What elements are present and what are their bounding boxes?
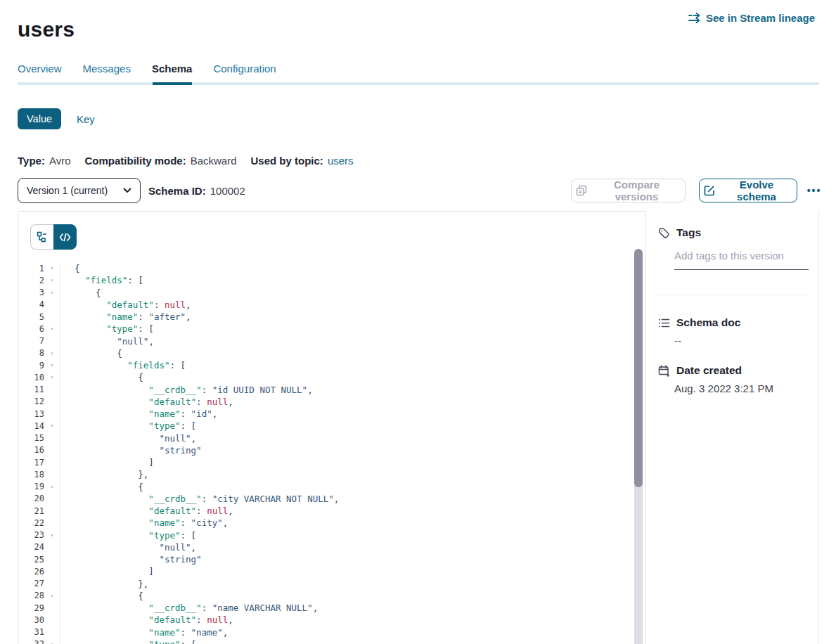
code-line: 25 "string": [18, 553, 623, 565]
line-number: 5: [18, 312, 44, 322]
date-created-value: Aug. 3 2022 3:21 PM: [674, 382, 773, 394]
schema-meta-row: Type:Avro Compatibility mode:Backward Us…: [18, 155, 354, 167]
code-text: "null",: [60, 335, 154, 347]
code-view-button[interactable]: [53, 224, 77, 250]
code-text: "type": [: [60, 323, 154, 335]
fold-toggle-icon[interactable]: ▾: [44, 362, 60, 368]
line-number: 4: [18, 300, 44, 309]
tab-messages[interactable]: Messages: [83, 63, 131, 75]
code-text: "default": null,: [60, 299, 191, 311]
add-tags-input[interactable]: [674, 250, 809, 270]
code-text: "name": "city",: [60, 517, 228, 529]
code-text: "fields": [: [60, 359, 186, 371]
fold-toggle-icon[interactable]: ▾: [44, 641, 60, 644]
line-number: 23: [18, 530, 44, 540]
value-toggle-button[interactable]: Value: [18, 108, 61, 129]
code-text: ]: [60, 456, 154, 468]
line-number: 11: [18, 385, 44, 394]
tree-diagram-icon: [37, 231, 49, 243]
code-text: "__crdb__": "id UUID NOT NULL",: [60, 384, 313, 396]
code-line: 12 "default": null,: [18, 396, 623, 408]
evolve-schema-label: Evolve schema: [721, 179, 792, 202]
line-number: 13: [18, 409, 44, 419]
code-text: "name": "id",: [60, 408, 217, 420]
key-toggle-button[interactable]: Key: [72, 108, 99, 129]
type-label: Type:: [18, 155, 45, 167]
line-number: 16: [18, 445, 44, 455]
line-number: 30: [18, 615, 44, 625]
line-number: 27: [18, 579, 44, 588]
fold-toggle-icon[interactable]: ▾: [44, 350, 60, 356]
fold-toggle-icon[interactable]: ▾: [44, 423, 60, 429]
code-text: "__crdb__": "city VARCHAR NOT NULL",: [60, 493, 339, 505]
version-select[interactable]: Version 1 (current): [18, 178, 141, 203]
schema-doc-title: Schema doc: [676, 316, 740, 329]
code-line: 31 "name": "name",: [18, 626, 623, 638]
topic-tabs: Overview Messages Schema Configuration: [18, 63, 276, 75]
line-number: 26: [18, 567, 44, 577]
code-line: 11 "__crdb__": "id UUID NOT NULL",: [18, 384, 623, 396]
stream-lineage-icon: [688, 13, 701, 23]
code-scrollbar-thumb[interactable]: [634, 249, 643, 487]
code-text: "default": null,: [60, 505, 233, 517]
line-number: 14: [18, 421, 44, 431]
chevron-down-icon: [123, 188, 131, 193]
code-line: 13 "name": "id",: [18, 408, 623, 420]
line-number: 12: [18, 397, 44, 406]
code-line: 27 },: [18, 578, 623, 590]
code-line: 4 "default": null,: [18, 299, 623, 311]
code-line: 5 "name": "after",: [18, 311, 623, 323]
code-brackets-icon: [59, 233, 71, 242]
schema-doc-header: Schema doc: [658, 316, 740, 329]
tags-title: Tags: [676, 226, 701, 239]
code-text: {: [60, 481, 143, 493]
tab-overview[interactable]: Overview: [18, 63, 62, 75]
code-text: {: [60, 371, 143, 383]
line-number: 15: [18, 433, 44, 443]
used-by-topic-label: Used by topic:: [251, 155, 323, 167]
tab-underline-bar: [18, 82, 819, 85]
code-text: "name": "name",: [60, 626, 228, 638]
fold-toggle-icon[interactable]: ▾: [44, 277, 60, 283]
fold-toggle-icon[interactable]: ▾: [44, 265, 60, 271]
compare-versions-button[interactable]: Compare versions: [571, 179, 686, 202]
code-text: "type": [: [60, 420, 196, 432]
calendar-plus-icon: [658, 365, 670, 377]
date-created-title: Date created: [676, 364, 742, 377]
code-line: 22 "name": "city",: [18, 517, 623, 529]
code-text: {: [60, 262, 80, 274]
line-number: 18: [18, 470, 44, 479]
see-in-stream-lineage-link[interactable]: See in Stream lineage: [683, 11, 819, 25]
fold-toggle-icon[interactable]: ▾: [44, 593, 60, 599]
used-by-topic-link[interactable]: users: [328, 155, 354, 167]
evolve-schema-button[interactable]: Evolve schema: [699, 179, 797, 202]
code-line: 9▾ "fields": [: [18, 359, 623, 371]
fold-toggle-icon[interactable]: ▾: [44, 326, 60, 332]
code-text: "null",: [60, 541, 196, 553]
code-text: {: [60, 590, 143, 602]
line-number: 3: [18, 288, 44, 297]
line-number: 28: [18, 591, 44, 600]
fold-toggle-icon[interactable]: ▾: [44, 532, 60, 539]
line-number: 1: [18, 264, 44, 273]
fold-toggle-icon[interactable]: ▾: [44, 290, 60, 296]
code-line: 28▾ {: [18, 590, 623, 602]
code-line: 6▾ "type": [: [18, 323, 623, 335]
tab-configuration[interactable]: Configuration: [213, 63, 276, 75]
more-options-button[interactable]: •••: [804, 179, 825, 202]
compare-versions-icon: [576, 185, 587, 196]
tree-view-button[interactable]: [30, 224, 53, 250]
code-line: 20 "__crdb__": "city VARCHAR NOT NULL",: [18, 493, 623, 505]
fold-toggle-icon[interactable]: ▾: [44, 374, 60, 380]
tag-icon: [658, 227, 670, 239]
code-line: 29 "__crdb__": "name VARCHAR NULL",: [18, 602, 623, 614]
code-line: 15 "null",: [18, 432, 623, 444]
viewer-mode-toggle: [30, 224, 77, 250]
line-number: 31: [18, 627, 44, 637]
tab-schema[interactable]: Schema: [152, 63, 193, 75]
fold-toggle-icon[interactable]: ▾: [44, 484, 60, 490]
line-number: 25: [18, 555, 44, 565]
code-text: "null",: [60, 432, 196, 444]
code-line: 21 "default": null,: [18, 505, 623, 517]
schema-id: Schema ID: 100002: [148, 178, 245, 203]
